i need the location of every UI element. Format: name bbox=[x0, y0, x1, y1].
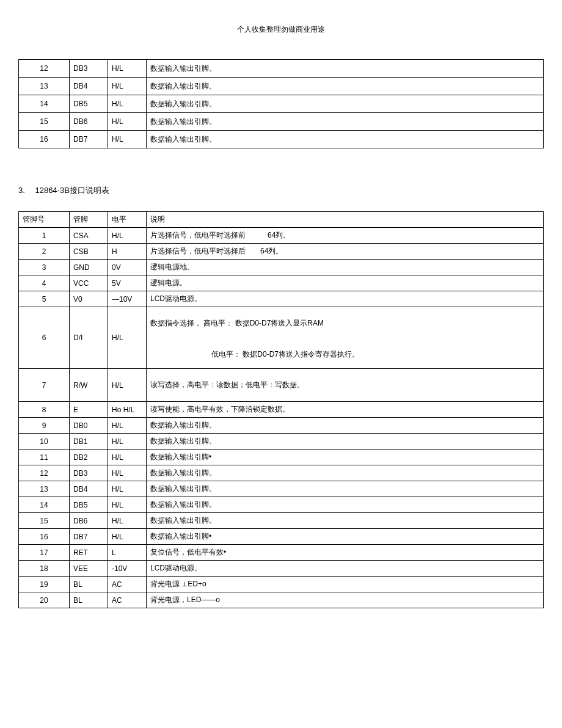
cell-desc: 数据输入输出引脚。 bbox=[147, 78, 544, 95]
cell-desc: 数据输入输出引脚。 bbox=[147, 434, 544, 450]
cell-desc: 数据输入输出引脚。 bbox=[147, 131, 544, 148]
cell-pin-name: DB2 bbox=[70, 450, 108, 465]
cell-desc: LCD驱动电源。 bbox=[147, 291, 544, 307]
cell-desc: 复位信号，低电平有效• bbox=[147, 545, 544, 561]
cell-level: H/L bbox=[108, 529, 147, 545]
cell-pin-num: 9 bbox=[19, 418, 70, 434]
cell-pin-name: DB0 bbox=[70, 418, 108, 434]
table-row: 14DB5H/L数据输入输出引脚。 bbox=[19, 95, 544, 113]
table-row: 18VEE-10VLCD驱动电源。 bbox=[19, 561, 544, 577]
cell-pin-name: VEE bbox=[70, 561, 108, 577]
cell-level: 5V bbox=[108, 275, 147, 291]
table-row: 13DB4H/L数据输入输出引脚。 bbox=[19, 481, 544, 497]
table-row: 12DB3H/L数据输入输出引脚。 bbox=[19, 465, 544, 481]
cell-pin-name: D/I bbox=[70, 307, 108, 369]
cell-level: H/L bbox=[108, 60, 147, 78]
cell-level: H/L bbox=[108, 113, 147, 131]
cell-pin-name: DB7 bbox=[70, 529, 108, 545]
cell-desc: 数据指令选择， 高电平： 数据D0-D7将送入显示RAM低电平： 数据D0-D7… bbox=[147, 307, 544, 369]
table-row: 14DB5H/L数据输入输出引脚。 bbox=[19, 497, 544, 513]
cell-desc: LCD驱动电源。 bbox=[147, 561, 544, 577]
cell-pin-num: 16 bbox=[19, 529, 70, 545]
cell-desc: 片选择信号，低电平时选择前 64列。 bbox=[147, 228, 544, 244]
table-row: 15DB6H/L数据输入输出引脚。 bbox=[19, 513, 544, 529]
cell-level: H/L bbox=[108, 434, 147, 450]
cell-level: H/L bbox=[108, 481, 147, 497]
cell-pin-num: 4 bbox=[19, 275, 70, 291]
table-row: 7R/WH/L读写选择，高电平：读数据；低电平：写数据。 bbox=[19, 369, 544, 402]
table-row: 4VCC5V逻辑电源。 bbox=[19, 275, 544, 291]
cell-pin-num: 13 bbox=[19, 78, 70, 95]
cell-pin-name: DB4 bbox=[70, 78, 108, 95]
pin-table-fragment: 12DB3H/L数据输入输出引脚。13DB4H/L数据输入输出引脚。14DB5H… bbox=[18, 59, 544, 148]
cell-pin-name: R/W bbox=[70, 369, 108, 402]
cell-level: Ho H/L bbox=[108, 402, 147, 418]
table-row: 11DB2H/L数据输入输出引脚• bbox=[19, 450, 544, 465]
cell-pin-name: DB7 bbox=[70, 131, 108, 148]
cell-level: H/L bbox=[108, 95, 147, 113]
table-row: 20BLAC背光电源，LED——o bbox=[19, 592, 544, 608]
cell-pin-num: 18 bbox=[19, 561, 70, 577]
cell-level: AC bbox=[108, 577, 147, 592]
cell-level: H/L bbox=[108, 465, 147, 481]
cell-desc: 数据输入输出引脚。 bbox=[147, 481, 544, 497]
cell-pin-num: 17 bbox=[19, 545, 70, 561]
cell-pin-name: BL bbox=[70, 592, 108, 608]
cell-desc: 数据输入输出引脚。 bbox=[147, 513, 544, 529]
cell-level: H/L bbox=[108, 369, 147, 402]
cell-pin-num: 15 bbox=[19, 513, 70, 529]
cell-desc: 数据输入输出引脚• bbox=[147, 450, 544, 465]
cell-pin-name: DB1 bbox=[70, 434, 108, 450]
cell-pin-num: 20 bbox=[19, 592, 70, 608]
cell-pin-name: DB3 bbox=[70, 465, 108, 481]
cell-level: L bbox=[108, 545, 147, 561]
table-row: 6D/IH/L数据指令选择， 高电平： 数据D0-D7将送入显示RAM低电平： … bbox=[19, 307, 544, 369]
cell-pin-name: BL bbox=[70, 577, 108, 592]
cell-pin-num: 8 bbox=[19, 402, 70, 418]
cell-desc: 数据输入输出引脚。 bbox=[147, 418, 544, 434]
cell-desc: 逻辑电源。 bbox=[147, 275, 544, 291]
table-row: 19BLAC背光电源 ⊥ED+o bbox=[19, 577, 544, 592]
cell-level: 0V bbox=[108, 260, 147, 275]
cell-pin-name: DB5 bbox=[70, 95, 108, 113]
cell-level: H/L bbox=[108, 513, 147, 529]
table-row: 10DB1H/L数据输入输出引脚。 bbox=[19, 434, 544, 450]
cell-desc: 数据输入输出引脚。 bbox=[147, 113, 544, 131]
cell-pin-num: 5 bbox=[19, 291, 70, 307]
cell-pin-num: 14 bbox=[19, 497, 70, 513]
cell-desc: 片选择信号，低电平时选择后 64列。 bbox=[147, 244, 544, 260]
cell-pin-num: 15 bbox=[19, 113, 70, 131]
cell-desc: 读写选择，高电平：读数据；低电平：写数据。 bbox=[147, 369, 544, 402]
table-row: 2CSBH片选择信号，低电平时选择后 64列。 bbox=[19, 244, 544, 260]
section-title: 3. 12864-3B接口说明表 bbox=[18, 185, 544, 196]
cell-pin-num: 11 bbox=[19, 450, 70, 465]
cell-pin-num: 6 bbox=[19, 307, 70, 369]
table-row: 3GND0V逻辑电源地。 bbox=[19, 260, 544, 275]
cell-pin-num: 7 bbox=[19, 369, 70, 402]
table-row: 16DB7H/L数据输入输出引脚。 bbox=[19, 131, 544, 148]
cell-pin-num: 12 bbox=[19, 60, 70, 78]
cell-desc: 数据输入输出引脚。 bbox=[147, 465, 544, 481]
cell-level: H/L bbox=[108, 78, 147, 95]
cell-pin-num: 3 bbox=[19, 260, 70, 275]
cell-pin-name: V0 bbox=[70, 291, 108, 307]
table-header-row: 管脚号管脚电平说明 bbox=[19, 212, 544, 228]
cell-level: —10V bbox=[108, 291, 147, 307]
cell-pin-num: 10 bbox=[19, 434, 70, 450]
cell-desc: 数据输入输出引脚• bbox=[147, 529, 544, 545]
cell-pin-num: 16 bbox=[19, 131, 70, 148]
cell-pin-num: 13 bbox=[19, 481, 70, 497]
cell-pin-name: DB3 bbox=[70, 60, 108, 78]
table-row: 13DB4H/L数据输入输出引脚。 bbox=[19, 78, 544, 95]
cell-pin-name: DB6 bbox=[70, 113, 108, 131]
header-pin-num: 管脚号 bbox=[19, 212, 70, 228]
interface-table: 管脚号管脚电平说明1CSAH/L片选择信号，低电平时选择前 64列。2CSBH片… bbox=[18, 211, 544, 608]
table-row: 5V0—10VLCD驱动电源。 bbox=[19, 291, 544, 307]
cell-pin-name: CSA bbox=[70, 228, 108, 244]
table-row: 8EHo H/L读写使能，高电平有效，下降沿锁定数据。 bbox=[19, 402, 544, 418]
table-row: 1CSAH/L片选择信号，低电平时选择前 64列。 bbox=[19, 228, 544, 244]
header-level: 电平 bbox=[108, 212, 147, 228]
cell-pin-name: VCC bbox=[70, 275, 108, 291]
cell-pin-name: E bbox=[70, 402, 108, 418]
cell-desc: 背光电源 ⊥ED+o bbox=[147, 577, 544, 592]
